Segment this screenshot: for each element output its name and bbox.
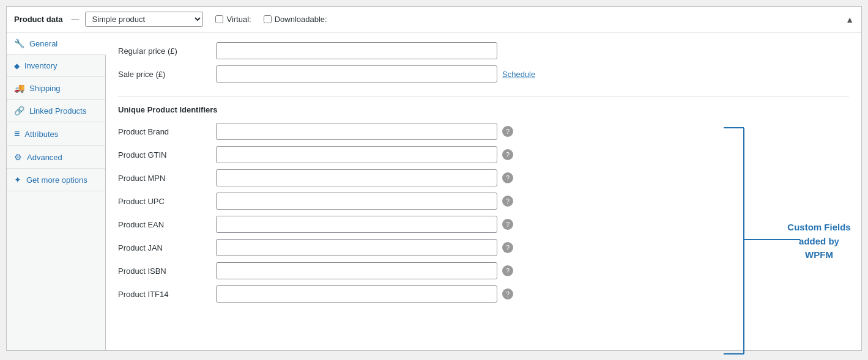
product-type-select[interactable]: Simple product Variable product Grouped …: [85, 12, 203, 27]
product-jan-input[interactable]: [216, 239, 497, 256]
product-itf14-help-icon[interactable]: ?: [502, 288, 513, 299]
link-icon: 🔗: [14, 106, 24, 116]
product-gtin-input[interactable]: [216, 146, 497, 163]
product-upc-row: Product UPC ?: [118, 193, 849, 210]
sale-price-row: Sale price (£) Schedule: [118, 65, 849, 83]
product-data-body: 🔧 General ◆ Inventory 🚚 Shipping 🔗 Linke…: [7, 32, 861, 350]
product-isbn-help-icon[interactable]: ?: [502, 265, 513, 276]
sidebar-item-advanced[interactable]: ⚙ Advanced: [7, 146, 105, 169]
sidebar-item-general[interactable]: 🔧 General: [7, 32, 106, 55]
star-icon: ✦: [14, 175, 21, 185]
diamond-icon: ◆: [14, 62, 20, 70]
sidebar-label-attributes: Attributes: [24, 130, 58, 139]
product-mpn-help-icon[interactable]: ?: [502, 172, 513, 183]
product-brand-label: Product Brand: [118, 127, 216, 136]
sale-price-input[interactable]: [216, 65, 497, 83]
product-brand-help-icon[interactable]: ?: [502, 126, 513, 137]
product-data-header: Product data — Simple product Variable p…: [7, 7, 861, 32]
sidebar-label-inventory: Inventory: [24, 61, 57, 70]
virtual-checkbox-label: Virtual:: [215, 15, 251, 24]
price-section: Regular price (£) Sale price (£) Schedul…: [118, 32, 849, 97]
sale-price-label: Sale price (£): [118, 70, 216, 79]
product-itf14-row: Product ITF14 ?: [118, 285, 849, 303]
truck-icon: 🚚: [14, 83, 24, 93]
product-isbn-label: Product ISBN: [118, 266, 216, 276]
sidebar-item-inventory[interactable]: ◆ Inventory: [7, 55, 105, 77]
virtual-checkbox[interactable]: [215, 15, 223, 23]
sidebar-label-advanced: Advanced: [27, 153, 62, 162]
product-gtin-help-icon[interactable]: ?: [502, 149, 513, 160]
product-ean-input[interactable]: [216, 216, 497, 233]
schedule-link[interactable]: Schedule: [502, 70, 535, 79]
product-jan-label: Product JAN: [118, 243, 216, 252]
product-upc-input[interactable]: [216, 193, 497, 210]
product-itf14-input[interactable]: [216, 285, 497, 303]
product-data-title: Product data: [14, 15, 62, 24]
regular-price-row: Regular price (£): [118, 42, 849, 59]
sidebar-item-get-more-options[interactable]: ✦ Get more options: [7, 169, 105, 191]
downloadable-checkbox-label: Downloadable:: [264, 15, 327, 24]
sidebar-label-general: General: [29, 39, 57, 48]
product-gtin-label: Product GTIN: [118, 150, 216, 160]
product-jan-row: Product JAN ?: [118, 239, 849, 256]
product-isbn-row: Product ISBN ?: [118, 262, 849, 279]
sidebar-label-linked-products: Linked Products: [29, 106, 86, 116]
gear-icon: ⚙: [14, 152, 22, 162]
product-ean-row: Product EAN ?: [118, 216, 849, 233]
product-upc-help-icon[interactable]: ?: [502, 196, 513, 207]
list-icon: ≡: [14, 128, 20, 139]
header-dash: —: [71, 15, 79, 24]
unique-identifiers-section: Unique Product Identifiers Product Brand…: [118, 97, 849, 303]
unique-identifiers-title: Unique Product Identifiers: [118, 105, 849, 114]
product-isbn-input[interactable]: [216, 262, 497, 279]
product-jan-help-icon[interactable]: ?: [502, 242, 513, 253]
wrench-icon: 🔧: [14, 39, 24, 48]
product-ean-label: Product EAN: [118, 220, 216, 229]
product-gtin-row: Product GTIN ?: [118, 146, 849, 163]
product-itf14-label: Product ITF14: [118, 290, 216, 299]
product-mpn-row: Product MPN ?: [118, 169, 849, 186]
regular-price-input[interactable]: [216, 42, 497, 59]
product-data-panel: Product data — Simple product Variable p…: [6, 6, 862, 351]
sidebar-item-linked-products[interactable]: 🔗 Linked Products: [7, 100, 105, 122]
product-ean-help-icon[interactable]: ?: [502, 219, 513, 230]
product-brand-input[interactable]: [216, 123, 497, 140]
regular-price-label: Regular price (£): [118, 46, 216, 56]
collapse-arrow-icon[interactable]: ▲: [845, 15, 854, 24]
sidebar: 🔧 General ◆ Inventory 🚚 Shipping 🔗 Linke…: [7, 32, 106, 350]
product-mpn-label: Product MPN: [118, 174, 216, 183]
sidebar-label-shipping: Shipping: [29, 84, 61, 93]
downloadable-checkbox[interactable]: [264, 15, 272, 23]
product-upc-label: Product UPC: [118, 197, 216, 206]
main-content: Regular price (£) Sale price (£) Schedul…: [106, 32, 861, 350]
product-mpn-input[interactable]: [216, 169, 497, 186]
sidebar-label-get-more-options: Get more options: [26, 175, 87, 185]
sidebar-item-shipping[interactable]: 🚚 Shipping: [7, 77, 105, 100]
sidebar-item-attributes[interactable]: ≡ Attributes: [7, 122, 105, 146]
product-brand-row: Product Brand ?: [118, 123, 849, 140]
